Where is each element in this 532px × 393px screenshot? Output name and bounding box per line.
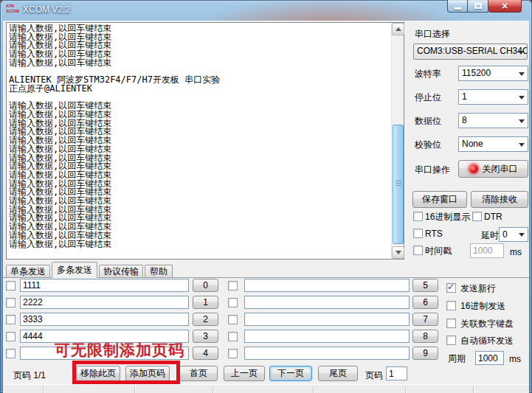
chevron-down-icon xyxy=(518,51,524,58)
scrollbar-grip-icon xyxy=(395,181,401,187)
hex-send-label: 16进制发送 xyxy=(460,300,505,312)
scroll-down-icon xyxy=(395,251,401,257)
send-button-3[interactable]: 3 xyxy=(193,330,218,343)
clear-receive-button[interactable]: 清除接收 xyxy=(471,191,528,208)
minimize-icon xyxy=(455,7,461,10)
receive-scrollbar[interactable] xyxy=(391,23,404,259)
receive-area[interactable]: 请输入数据,以回车键结束 请输入数据,以回车键结束 请输入数据,以回车键结束 请… xyxy=(6,22,404,260)
next-page-button[interactable]: 下一页 xyxy=(269,366,312,381)
close-port-button[interactable]: 关闭串口 xyxy=(458,160,528,178)
send-row-checkbox-2[interactable] xyxy=(6,315,15,324)
send-button-8[interactable]: 8 xyxy=(412,330,438,343)
rts-label: RTS xyxy=(425,228,443,240)
send-button-6[interactable]: 6 xyxy=(412,296,438,309)
status-bar xyxy=(3,384,529,393)
auto-cycle-checkbox[interactable] xyxy=(446,335,456,345)
save-window-button[interactable]: 保存窗口 xyxy=(412,191,467,208)
scrollbar-thumb[interactable] xyxy=(393,125,404,244)
close-button[interactable]: × xyxy=(488,0,522,13)
chevron-down-icon xyxy=(519,233,525,240)
baud-dropdown[interactable]: 115200 xyxy=(458,66,528,81)
send-button-9[interactable]: 9 xyxy=(412,347,438,360)
status-divider xyxy=(43,386,44,393)
send-button-1[interactable]: 1 xyxy=(193,296,218,309)
status-divider xyxy=(134,386,135,393)
port-open-led-icon xyxy=(469,164,478,173)
period-ms-label: ms xyxy=(509,353,521,365)
send-row-checkbox-6[interactable] xyxy=(228,298,238,307)
xcom-window: ATK XCOM XCOM V2.2 × 请输入数据,以回车键结束 请输入数据,… xyxy=(0,0,532,393)
status-divider xyxy=(405,386,406,393)
dtr-checkbox[interactable] xyxy=(472,212,482,221)
send-row-input-1[interactable] xyxy=(20,296,189,309)
send-row-checkbox-9[interactable] xyxy=(228,349,238,358)
tab-multi-send[interactable]: 多条发送 xyxy=(52,262,97,278)
send-row-input-7[interactable] xyxy=(244,313,410,326)
send-newline-checkbox[interactable]: ✓ xyxy=(446,283,456,293)
send-row-checkbox-1[interactable] xyxy=(6,298,15,307)
send-row-checkbox-5[interactable] xyxy=(228,281,238,291)
logo-top-text: ATK xyxy=(6,4,21,9)
close-icon: × xyxy=(502,1,508,12)
send-row-checkbox-3[interactable] xyxy=(6,332,15,341)
period-input[interactable] xyxy=(475,351,504,365)
send-row-input-8[interactable] xyxy=(244,330,410,343)
baud-value: 115200 xyxy=(462,68,491,78)
tab-help[interactable]: 帮助 xyxy=(145,265,173,277)
delay-label: 延时 xyxy=(481,229,499,241)
send-row-input-6[interactable] xyxy=(244,296,410,309)
page-number-input[interactable] xyxy=(386,366,407,380)
parity-dropdown[interactable]: None xyxy=(458,136,528,152)
period-label: 周期 xyxy=(448,352,466,364)
client-area: 请输入数据,以回车键结束 请输入数据,以回车键结束 请输入数据,以回车键结束 请… xyxy=(3,21,529,393)
send-button-2[interactable]: 2 xyxy=(193,313,218,326)
tab-protocol[interactable]: 协议传输 xyxy=(99,265,143,277)
scroll-down-button[interactable] xyxy=(392,246,404,259)
send-row-input-9[interactable] xyxy=(244,347,410,360)
window-controls: × xyxy=(447,0,522,13)
link-numpad-checkbox[interactable] xyxy=(446,319,456,328)
prev-page-button[interactable]: 上一页 xyxy=(224,366,265,381)
auto-cycle-label: 自动循环发送 xyxy=(460,335,514,347)
send-row-checkbox-7[interactable] xyxy=(228,315,238,324)
send-newline-label: 发送新行 xyxy=(460,282,496,294)
send-row-input-5[interactable] xyxy=(244,279,410,292)
timestamp-checkbox[interactable] xyxy=(413,246,423,255)
window-title: XCOM V2.2 xyxy=(23,0,70,20)
hex-display-checkbox[interactable] xyxy=(413,212,423,221)
page-number-label: 页码 xyxy=(365,369,383,382)
maximize-icon xyxy=(474,3,482,9)
link-numpad-label: 关联数字键盘 xyxy=(460,318,514,330)
databits-dropdown[interactable]: 8 xyxy=(458,113,528,128)
parity-label: 校验位 xyxy=(415,139,441,150)
hex-send-checkbox[interactable] xyxy=(446,301,456,310)
stopbits-dropdown[interactable]: 1 xyxy=(458,89,528,105)
send-row-input-0[interactable] xyxy=(20,279,189,292)
send-button-7[interactable]: 7 xyxy=(412,313,438,326)
send-button-5[interactable]: 5 xyxy=(412,279,438,292)
timestamp-period-input[interactable] xyxy=(470,243,504,258)
send-row-checkbox-8[interactable] xyxy=(228,332,238,341)
scroll-up-icon xyxy=(395,24,401,31)
send-button-4[interactable]: 4 xyxy=(193,347,218,360)
receive-text: 请输入数据,以回车键结束 请输入数据,以回车键结束 请输入数据,以回车键结束 请… xyxy=(9,24,390,259)
hex-display-label: 16进制显示 xyxy=(425,211,470,223)
send-row-checkbox-4[interactable] xyxy=(6,349,15,358)
minimize-button[interactable] xyxy=(447,0,468,13)
timestamp-label: 时间戳 xyxy=(425,245,452,257)
maximize-button[interactable] xyxy=(468,0,488,13)
baud-label: 波特率 xyxy=(415,68,441,80)
parity-value: None xyxy=(462,139,483,149)
send-button-0[interactable]: 0 xyxy=(193,279,218,292)
send-row-input-2[interactable] xyxy=(20,313,189,326)
last-page-button[interactable]: 尾页 xyxy=(318,366,358,381)
scroll-up-button[interactable] xyxy=(392,23,404,35)
first-page-button[interactable]: 首页 xyxy=(179,366,218,381)
delay-dropdown[interactable]: 0 xyxy=(499,227,528,242)
rts-checkbox[interactable] xyxy=(413,229,423,238)
tab-single-send[interactable]: 单条发送 xyxy=(6,265,50,277)
send-row-checkbox-0[interactable] xyxy=(6,281,15,291)
port-select-value: COM3:USB-SERIAL CH34C xyxy=(417,46,528,56)
status-divider xyxy=(313,386,314,393)
port-select-dropdown[interactable]: COM3:USB-SERIAL CH34C xyxy=(413,44,528,60)
